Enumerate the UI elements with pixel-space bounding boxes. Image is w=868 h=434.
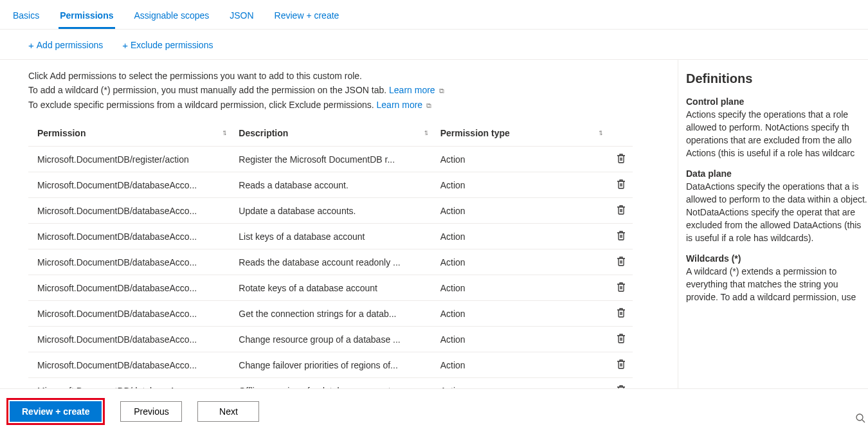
next-button[interactable]: Next: [197, 401, 259, 422]
tab-assignable-scopes[interactable]: Assignable scopes: [133, 5, 211, 29]
col-description[interactable]: Description↑↓: [230, 122, 431, 147]
intro-line2: To add a wildcard (*) permission, you mu…: [28, 85, 389, 95]
cell-description: Reads the database account readonly ...: [230, 249, 431, 275]
plus-icon: +: [28, 41, 34, 50]
col-permission-type[interactable]: Permission type↑↓: [431, 122, 606, 147]
tab-basics[interactable]: Basics: [12, 5, 41, 29]
cell-permission: Microsoft.DocumentDB/databaseAcco...: [28, 352, 230, 378]
cell-description: Reads a database account.: [230, 172, 431, 198]
definition-text: Actions specify the operations that a ro…: [686, 108, 868, 159]
definition-text: A wildcard (*) extends a permission to e…: [686, 265, 868, 303]
tab-permissions[interactable]: Permissions: [59, 5, 114, 29]
delete-icon[interactable]: [617, 179, 626, 189]
add-permissions-button[interactable]: + Add permissions: [28, 40, 103, 50]
cell-permission: Microsoft.DocumentDB/databaseAcco...: [28, 301, 230, 327]
definitions-title: Definitions: [686, 71, 868, 86]
cell-permission: Microsoft.DocumentDB/databaseAcco...: [28, 198, 230, 224]
previous-button[interactable]: Previous: [120, 401, 182, 422]
delete-icon[interactable]: [617, 359, 626, 369]
actions-row: + Add permissions + Exclude permissions: [0, 30, 868, 59]
intro-line3: To exclude specific permissions from a w…: [28, 100, 377, 110]
delete-icon[interactable]: [617, 333, 626, 343]
external-link-icon: ⧉: [439, 87, 444, 95]
table-row: Microsoft.DocumentDB/databaseAcco...Read…: [28, 172, 633, 198]
table-row: Microsoft.DocumentDB/databaseAcco...Chan…: [28, 327, 633, 352]
highlight-box: Review + create: [6, 398, 105, 425]
cell-description: Change failover priorities of regions of…: [230, 352, 431, 378]
svg-line-1: [862, 420, 865, 422]
cell-permission: Microsoft.DocumentDB/databaseAcco...: [28, 275, 230, 301]
sort-icon[interactable]: ↑↓: [598, 128, 601, 137]
cell-permission: Microsoft.DocumentDB/register/action: [28, 147, 230, 172]
cell-description: Register the Microsoft DocumentDB r...: [230, 147, 431, 172]
cell-type: Action: [431, 327, 606, 352]
cell-type: Action: [431, 147, 606, 172]
cell-type: Action: [431, 198, 606, 224]
cell-type: Action: [431, 275, 606, 301]
cell-description: Update a database accounts.: [230, 198, 431, 224]
delete-icon[interactable]: [617, 204, 626, 215]
cell-type: Action: [431, 172, 606, 198]
tabs-bar: BasicsPermissionsAssignable scopesJSONRe…: [0, 0, 868, 30]
cell-description: Get the connection strings for a datab..…: [230, 301, 431, 327]
cell-type: Action: [431, 249, 606, 275]
intro-line1: Click Add permissions to select the perm…: [28, 69, 671, 83]
sort-icon[interactable]: ↑↓: [424, 128, 426, 137]
tab-json[interactable]: JSON: [228, 5, 255, 29]
cell-description: List keys of a database account: [230, 224, 431, 249]
cell-permission: Microsoft.DocumentDB/databaseAcco...: [28, 172, 230, 198]
col-permission[interactable]: Permission↑↓: [28, 122, 230, 147]
table-row: Microsoft.DocumentDB/databaseAcco...Get …: [28, 301, 633, 327]
svg-point-0: [856, 414, 863, 420]
cell-type: Action: [431, 224, 606, 249]
add-permissions-label: Add permissions: [37, 40, 104, 50]
definitions-panel: Definitions Control planeActions specify…: [678, 60, 868, 407]
table-row: Microsoft.DocumentDB/databaseAcco...Upda…: [28, 198, 633, 224]
cell-description: Rotate keys of a database account: [230, 275, 431, 301]
table-row: Microsoft.DocumentDB/register/actionRegi…: [28, 147, 633, 172]
learn-more-link[interactable]: Learn more ⧉: [389, 85, 444, 95]
table-row: Microsoft.DocumentDB/databaseAcco...Read…: [28, 249, 633, 275]
table-row: Microsoft.DocumentDB/databaseAcco...Chan…: [28, 352, 633, 378]
delete-icon[interactable]: [617, 153, 626, 163]
footer-bar: Review + create Previous Next: [0, 388, 868, 434]
learn-more-link[interactable]: Learn more ⧉: [377, 100, 431, 110]
sort-icon[interactable]: ↑↓: [222, 128, 224, 137]
definition-heading: Data plane: [686, 168, 868, 179]
plus-icon: +: [122, 41, 128, 50]
table-row: Microsoft.DocumentDB/databaseAcco...Rota…: [28, 275, 633, 301]
cell-permission: Microsoft.DocumentDB/databaseAcco...: [28, 327, 230, 352]
exclude-permissions-label: Exclude permissions: [131, 40, 213, 50]
delete-icon[interactable]: [617, 256, 626, 266]
review-create-button[interactable]: Review + create: [10, 401, 102, 422]
delete-icon[interactable]: [617, 230, 626, 240]
tab-review-create[interactable]: Review + create: [273, 5, 341, 29]
cell-type: Action: [431, 352, 606, 378]
permissions-table: Permission↑↓ Description↑↓ Permission ty…: [28, 122, 633, 404]
cell-description: Change resource group of a database ...: [230, 327, 431, 352]
definition-text: DataActions specify the operations that …: [686, 180, 868, 244]
delete-icon[interactable]: [617, 307, 626, 318]
search-icon[interactable]: [855, 413, 865, 426]
cell-type: Action: [431, 301, 606, 327]
definition-heading: Wildcards (*): [686, 253, 868, 264]
definition-heading: Control plane: [686, 96, 868, 107]
external-link-icon: ⧉: [426, 102, 431, 109]
exclude-permissions-button[interactable]: + Exclude permissions: [122, 40, 213, 50]
table-row: Microsoft.DocumentDB/databaseAcco...List…: [28, 224, 633, 249]
cell-permission: Microsoft.DocumentDB/databaseAcco...: [28, 249, 230, 275]
cell-permission: Microsoft.DocumentDB/databaseAcco...: [28, 224, 230, 249]
delete-icon[interactable]: [617, 282, 626, 292]
intro-text: Click Add permissions to select the perm…: [28, 69, 671, 113]
